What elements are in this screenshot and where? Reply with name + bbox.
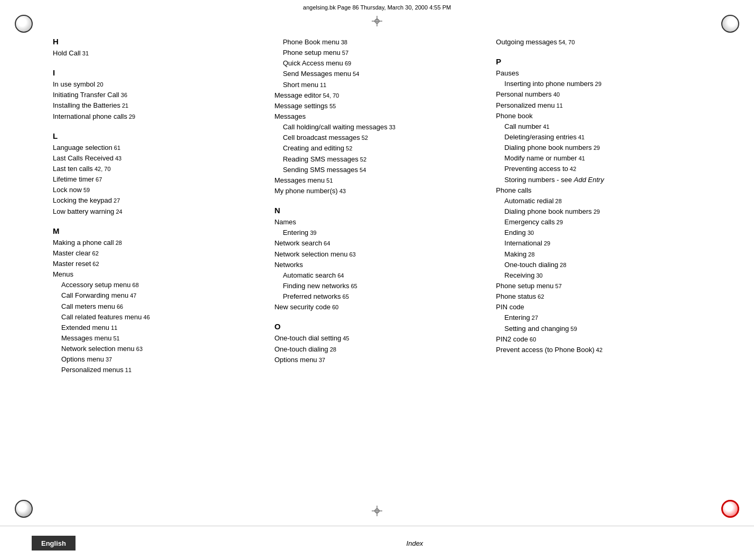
entry-text: Personal numbers 40 [496,89,701,100]
index-entry: Dialing phone book numbers 29 [496,206,701,217]
entry-text: Prevent access (to Phone Book) 42 [496,345,701,355]
entry-text: Call number 41 [496,121,701,132]
index-entry: One-touch dialing 28 [275,344,480,355]
entry-num: 30 [534,272,542,279]
entry-num: 63 [347,251,355,258]
entry-num: 38 [340,39,347,45]
entry-text: Options menu 37 [53,354,258,365]
entry-num: 57 [341,50,348,56]
entry-num: 29 [592,208,600,215]
index-entry: Prevent access (to Phone Book) 42 [496,345,701,355]
index-entry: Hold Call 31 [53,48,258,59]
index-entry: Sending SMS messages 54 [275,165,480,175]
entry-text: Language selection 61 [53,143,258,153]
index-entry: Networks [275,260,480,270]
entry-num: 51 [111,335,119,341]
index-entry: My phone number(s) 43 [275,186,480,196]
entry-num: 29 [542,240,550,246]
index-entry: Cell broadcast messages 52 [275,132,480,143]
index-entry: Options menu 37 [53,354,258,365]
index-entry: Options menu 37 [275,355,480,365]
index-entry: One-touch dialing 28 [496,260,701,270]
index-entry: Personalized menus 11 [53,365,258,375]
index-entry: Call number 41 [496,121,701,132]
english-tab-label: English [41,539,66,547]
entry-num: 55 [328,103,336,109]
center-mark-top [372,16,382,28]
index-entry: Reading SMS messages 52 [275,154,480,165]
entry-text: Preferred networks 65 [275,291,480,302]
entry-num: 41 [577,155,585,162]
index-entry: Locking the keypad 27 [53,195,258,206]
entry-text: Master clear 62 [53,248,258,259]
corner-circle-bl [15,500,33,518]
index-entry: PIN code [496,302,701,312]
index-entry: International 29 [496,238,701,249]
entry-num: 43 [338,188,346,194]
entry-num: 42, 70 [93,166,111,172]
entry-text: Call related features menu 46 [53,312,258,322]
entry-text: Entering 27 [496,312,701,323]
entry-text: Deleting/erasing entries 41 [496,132,701,143]
entry-text: Messages [275,111,480,122]
entry-num: 45 [341,335,349,341]
index-entry: Making 28 [496,249,701,260]
entry-num: 11 [124,367,131,373]
entry-text: Dialing phone book numbers 29 [496,206,701,217]
column-2: Phone Book menu 38Phone setup menu 57Qui… [269,37,485,507]
entry-num: 68 [131,282,139,288]
index-entry: Messages menu 51 [275,175,480,186]
index-entry: Personal numbers 40 [496,89,701,100]
index-entry: Menus [53,269,258,280]
entry-num: 28 [328,346,336,353]
index-entry: PIN2 code 60 [496,334,701,345]
entry-num: 28 [554,198,562,204]
entry-text: Phone setup menu 57 [275,48,480,58]
index-entry: Ending 30 [496,227,701,238]
index-entry: Dialing phone book numbers 29 [496,143,701,153]
entry-num: 29 [127,113,135,120]
entry-text: Personalized menus 11 [53,365,258,375]
entry-text: Initiating Transfer Call 36 [53,90,258,100]
index-entry: Finding new networks 65 [275,281,480,291]
letter-M: M [53,226,258,235]
index-entry: Accessory setup menu 68 [53,280,258,290]
entry-text: Low battery warning 24 [53,206,258,217]
entry-text: International phone calls 29 [53,111,258,122]
index-entry: One-touch dial setting 45 [275,333,480,344]
corner-circle-tr [721,15,739,33]
entry-num: 65 [349,283,357,289]
index-entry: Preferred networks 65 [275,291,480,302]
index-entry: Phone book [496,111,701,121]
index-entry: Phone status 62 [496,291,701,302]
page-title: Index [76,539,754,547]
index-entry: Outgoing messages 54, 70 [496,37,701,48]
entry-text: PIN code [496,302,701,312]
main-content: HHold Call 31IIn use symbol 20Initiating… [48,37,706,507]
entry-text: Storing numbers - see Add Entry [496,175,701,185]
entry-text: Network selection menu 63 [53,344,258,354]
entry-text: Reading SMS messages 52 [275,154,480,165]
entry-num: 20 [95,81,103,88]
entry-num: 59 [82,187,90,193]
entry-num: 59 [569,326,577,332]
entry-text: Pauses [496,68,701,79]
letter-H: H [53,37,258,46]
entry-num: 42 [595,347,602,353]
entry-text: Preventing access to 42 [496,164,701,174]
entry-num: 57 [553,283,561,289]
entry-text: Last ten calls 42, 70 [53,164,258,174]
index-entry: Phone calls [496,185,701,196]
index-entry: Creating and editing 52 [275,143,480,154]
entry-text: Entering 39 [275,227,480,238]
index-entry: Message editor 54, 70 [275,90,480,101]
index-entry: Initiating Transfer Call 36 [53,90,258,100]
entry-num: 29 [555,219,563,225]
entry-text: Phone calls [496,185,701,196]
entry-text: International 29 [496,238,701,249]
letter-L: L [53,131,258,140]
entry-num: 29 [592,145,600,151]
entry-text: Automatic search 64 [275,270,480,281]
entry-num: 64 [322,240,330,246]
file-info-bar: angelsing.bk Page 86 Thursday, March 30,… [303,4,451,11]
